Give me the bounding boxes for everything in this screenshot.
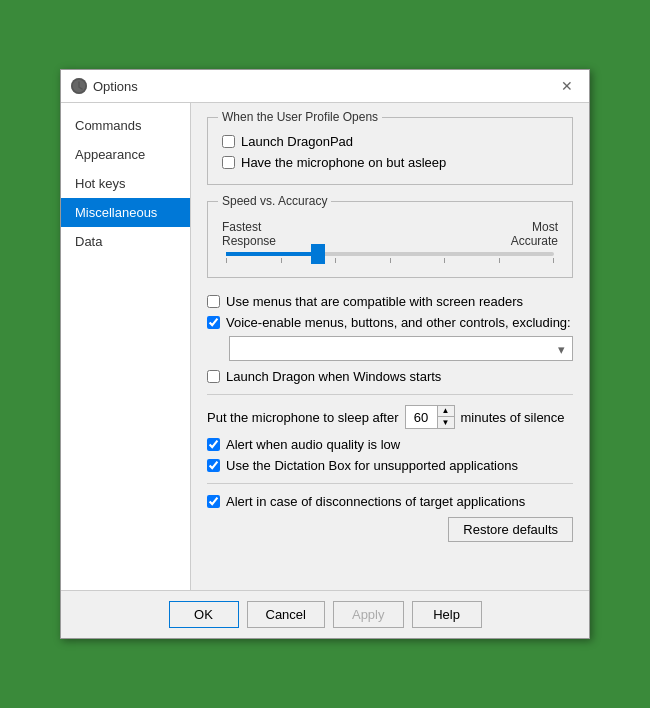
tick-3 <box>335 258 336 263</box>
launch-dragonpad-row: Launch DragonPad <box>222 134 558 149</box>
slider-track[interactable] <box>226 252 554 256</box>
sleep-suffix: minutes of silence <box>461 410 565 425</box>
sidebar-item-miscellaneous[interactable]: Miscellaneous <box>61 198 190 227</box>
tick-1 <box>226 258 227 263</box>
launch-dragonpad-label: Launch DragonPad <box>241 134 353 149</box>
slider-left-label: FastestResponse <box>222 220 276 248</box>
spin-group: ▲ ▼ <box>405 405 455 429</box>
tick-7 <box>553 258 554 263</box>
titlebar: Options ✕ <box>61 70 589 103</box>
sidebar: Commands Appearance Hot keys Miscellaneo… <box>61 103 191 590</box>
titlebar-title-group: Options <box>71 78 138 94</box>
cancel-button[interactable]: Cancel <box>247 601 325 628</box>
slider-thumb[interactable] <box>311 244 325 264</box>
divider-2 <box>207 483 573 484</box>
sleep-row: Put the microphone to sleep after ▲ ▼ mi… <box>207 405 573 429</box>
tick-2 <box>281 258 282 263</box>
sidebar-item-commands[interactable]: Commands <box>61 111 190 140</box>
spin-up-button[interactable]: ▲ <box>438 406 454 417</box>
apply-button[interactable]: Apply <box>333 601 404 628</box>
dictation-box-label: Use the Dictation Box for unsupported ap… <box>226 458 518 473</box>
launch-dragonpad-checkbox[interactable] <box>222 135 235 148</box>
voice-select-wrapper <box>229 336 573 361</box>
audio-quality-label: Alert when audio quality is low <box>226 437 400 452</box>
alert-disconnect-label: Alert in case of disconnections of targe… <box>226 494 525 509</box>
mic-asleep-label: Have the microphone on but asleep <box>241 155 446 170</box>
alert-disconnect-checkbox[interactable] <box>207 495 220 508</box>
audio-quality-checkbox[interactable] <box>207 438 220 451</box>
spin-buttons: ▲ ▼ <box>438 406 454 428</box>
slider-ticks <box>222 258 558 263</box>
close-button[interactable]: ✕ <box>555 76 579 96</box>
slider-right-label: MostAccurate <box>511 220 558 248</box>
tick-6 <box>499 258 500 263</box>
sleep-prefix: Put the microphone to sleep after <box>207 410 399 425</box>
content-area: When the User Profile Opens Launch Drago… <box>191 103 589 590</box>
speed-accuracy-label: Speed vs. Accuracy <box>218 194 331 208</box>
audio-quality-row: Alert when audio quality is low <box>207 437 573 452</box>
dictation-box-checkbox[interactable] <box>207 459 220 472</box>
sidebar-item-data[interactable]: Data <box>61 227 190 256</box>
divider-1 <box>207 394 573 395</box>
mic-asleep-row: Have the microphone on but asleep <box>222 155 558 170</box>
launch-dragon-checkbox[interactable] <box>207 370 220 383</box>
sleep-spinbox-input[interactable] <box>406 406 438 428</box>
speed-accuracy-section: Speed vs. Accuracy FastestResponse MostA… <box>207 201 573 278</box>
screen-readers-label: Use menus that are compatible with scree… <box>226 294 523 309</box>
sidebar-item-hotkeys[interactable]: Hot keys <box>61 169 190 198</box>
tick-4 <box>390 258 391 263</box>
dialog-footer: OK Cancel Apply Help <box>61 590 589 638</box>
screen-readers-checkbox[interactable] <box>207 295 220 308</box>
ok-button[interactable]: OK <box>169 601 239 628</box>
restore-row: Restore defaults <box>207 517 573 542</box>
launch-dragon-row: Launch Dragon when Windows starts <box>207 369 573 384</box>
options-section: Use menus that are compatible with scree… <box>207 294 573 384</box>
help-button[interactable]: Help <box>412 601 482 628</box>
dialog-title: Options <box>93 79 138 94</box>
dialog-body: Commands Appearance Hot keys Miscellaneo… <box>61 103 589 590</box>
slider-fill <box>226 252 318 256</box>
options-dialog: Options ✕ Commands Appearance Hot keys M… <box>60 69 590 639</box>
sidebar-item-appearance[interactable]: Appearance <box>61 140 190 169</box>
mic-asleep-checkbox[interactable] <box>222 156 235 169</box>
voice-dropdown-row <box>229 336 573 361</box>
user-profile-section: When the User Profile Opens Launch Drago… <box>207 117 573 185</box>
spin-down-button[interactable]: ▼ <box>438 417 454 428</box>
voice-enable-row: Voice-enable menus, buttons, and other c… <box>207 315 573 330</box>
user-profile-label: When the User Profile Opens <box>218 110 382 124</box>
dictation-box-row: Use the Dictation Box for unsupported ap… <box>207 458 573 473</box>
tick-5 <box>444 258 445 263</box>
voice-dropdown[interactable] <box>229 336 573 361</box>
launch-dragon-label: Launch Dragon when Windows starts <box>226 369 441 384</box>
restore-defaults-button[interactable]: Restore defaults <box>448 517 573 542</box>
alert-disconnect-row: Alert in case of disconnections of targe… <box>207 494 573 509</box>
slider-labels: FastestResponse MostAccurate <box>222 220 558 248</box>
voice-enable-checkbox[interactable] <box>207 316 220 329</box>
options-icon <box>71 78 87 94</box>
screen-readers-row: Use menus that are compatible with scree… <box>207 294 573 309</box>
voice-enable-label: Voice-enable menus, buttons, and other c… <box>226 315 571 330</box>
slider-container: FastestResponse MostAccurate <box>222 220 558 263</box>
